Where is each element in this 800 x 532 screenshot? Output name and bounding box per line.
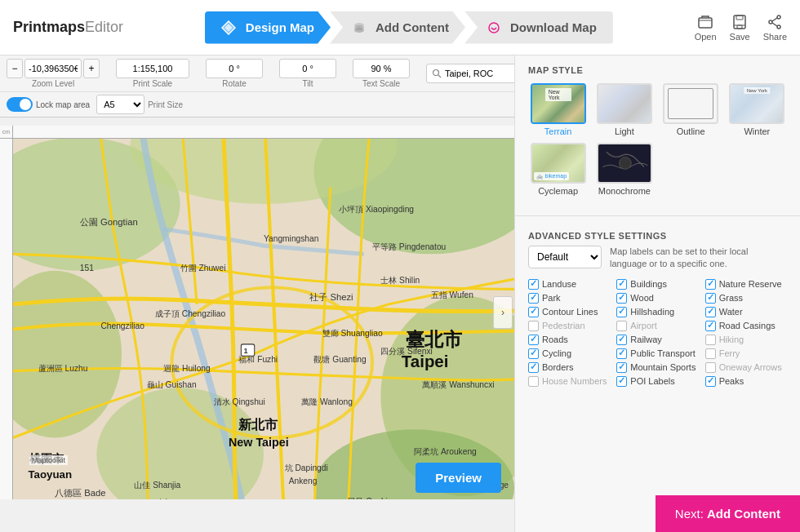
style-outline-item[interactable]: Outline <box>661 83 721 136</box>
checkbox-item[interactable]: Cycling <box>528 348 610 359</box>
step-design-button[interactable]: Design Map <box>205 11 331 44</box>
text-scale-input[interactable] <box>353 59 410 78</box>
share-icon <box>767 14 783 30</box>
style-monochrome-item[interactable]: Monochrome <box>594 143 654 196</box>
checkbox-item[interactable]: Peaks <box>705 376 787 387</box>
checkbox-item[interactable]: Oneway Arrows <box>705 362 787 373</box>
next-button[interactable]: Next: Add Content <box>656 495 800 532</box>
checkbox-item[interactable]: House Numbers <box>528 376 610 387</box>
checkbox-box[interactable] <box>616 376 627 387</box>
checkbox-item[interactable]: Pedestrian <box>528 321 610 331</box>
checkbox-box[interactable] <box>616 293 627 304</box>
checkbox-box[interactable] <box>616 321 627 331</box>
share-button[interactable]: Share <box>763 14 787 42</box>
svg-point-4 <box>354 28 364 33</box>
style-light-thumb[interactable] <box>597 83 652 124</box>
zoom-plus-button[interactable]: + <box>83 59 100 78</box>
zoom-minus-button[interactable]: − <box>7 59 23 78</box>
checkbox-item[interactable]: Ferry <box>705 348 787 359</box>
checkbox-item[interactable]: Road Casings <box>705 321 787 331</box>
step-download-button[interactable]: Download Map <box>464 11 613 44</box>
checkbox-box[interactable] <box>616 362 627 373</box>
checkbox-box[interactable] <box>705 335 716 345</box>
add-content-icon <box>353 20 369 35</box>
lock-toggle-switch[interactable] <box>7 97 33 112</box>
checkbox-item[interactable]: Public Transport <box>616 348 698 359</box>
svg-text:四分溪 Sifenxi: 四分溪 Sifenxi <box>380 347 433 356</box>
print-scale-input[interactable] <box>116 59 189 78</box>
lock-map-toggle[interactable]: Lock map area <box>7 97 90 112</box>
checkbox-box[interactable] <box>616 307 627 317</box>
checkbox-item[interactable]: Roads <box>528 335 610 345</box>
checkbox-item[interactable]: Nature Reserve <box>705 279 787 290</box>
checkbox-item[interactable]: Water <box>705 307 787 317</box>
checkbox-box[interactable] <box>528 293 539 304</box>
search-box[interactable] <box>426 64 514 83</box>
style-terrain-item[interactable]: New York Terrain <box>528 83 588 136</box>
style-light-item[interactable]: Light <box>594 83 654 136</box>
checkbox-item[interactable]: Borders <box>528 362 610 373</box>
checkbox-item[interactable]: Airport <box>616 321 698 331</box>
checkbox-label: Borders <box>542 362 574 372</box>
style-cyclemap-item[interactable]: 🚲 bikemap Cyclemap <box>528 143 588 196</box>
map-canvas[interactable]: 臺北市 Taipei 新北市 New Taipei 桃園市 Taoyuan 公園… <box>13 126 514 499</box>
checkbox-item[interactable]: Railway <box>616 335 698 345</box>
style-winter-item[interactable]: New York Winter <box>727 83 787 136</box>
checkbox-box[interactable] <box>705 307 716 317</box>
style-monochrome-thumb[interactable] <box>597 143 652 184</box>
style-monochrome-label: Monochrome <box>598 186 651 196</box>
checkbox-item[interactable]: Park <box>528 293 610 304</box>
map-nav-right-arrow[interactable]: › <box>493 296 513 329</box>
checkbox-label: Buildings <box>630 279 667 289</box>
preview-button[interactable]: Preview <box>416 463 501 493</box>
logo-printmaps: Printmaps <box>13 19 85 36</box>
checkbox-box[interactable] <box>528 376 539 387</box>
checkbox-box[interactable] <box>705 279 716 290</box>
style-terrain-thumb[interactable]: New York <box>531 83 586 124</box>
checkbox-item[interactable]: Mountain Sports <box>616 362 698 373</box>
style-winter-thumb[interactable]: New York <box>729 83 784 124</box>
checkbox-box[interactable] <box>528 362 539 373</box>
svg-text:清水 Qingshui: 清水 Qingshui <box>214 397 265 406</box>
style-outline-thumb[interactable] <box>663 83 718 124</box>
checkbox-box[interactable] <box>528 335 539 345</box>
checkbox-item[interactable]: Wood <box>616 293 698 304</box>
style-cyclemap-thumb[interactable]: 🚲 bikemap <box>531 143 586 184</box>
controls-row-1: − + Zoom Level Print Scale <box>0 55 514 92</box>
checkbox-box[interactable] <box>705 376 716 387</box>
checkbox-box[interactable] <box>528 307 539 317</box>
style-light-label: Light <box>615 126 634 136</box>
step-design-label: Design Map <box>246 20 314 34</box>
zoom-level-input[interactable] <box>24 59 82 78</box>
checkbox-box[interactable] <box>528 321 539 331</box>
checkbox-box[interactable] <box>616 335 627 345</box>
checkbox-item[interactable]: POI Labels <box>616 376 698 387</box>
checkbox-box[interactable] <box>528 279 539 290</box>
checkbox-item[interactable]: Grass <box>705 293 787 304</box>
print-size-select[interactable]: A5 A4 A3 Letter <box>96 95 144 114</box>
checkbox-box[interactable] <box>705 362 716 373</box>
checkbox-item[interactable]: Hillshading <box>616 307 698 317</box>
language-select[interactable]: Default Local English Chinese <box>528 246 602 268</box>
checkbox-item[interactable]: Contour Lines <box>528 307 610 317</box>
open-button[interactable]: Open <box>695 14 717 42</box>
checkbox-item[interactable]: Hiking <box>705 335 787 345</box>
checkbox-item[interactable]: Buildings <box>616 279 698 290</box>
checkbox-box[interactable] <box>705 348 716 359</box>
checkbox-box[interactable] <box>616 348 627 359</box>
style-terrain-label: Terrain <box>544 126 572 136</box>
svg-rect-7 <box>734 16 745 29</box>
save-button[interactable]: Save <box>730 14 750 42</box>
checkbox-box[interactable] <box>705 321 716 331</box>
checkbox-box[interactable] <box>528 348 539 359</box>
step-content-button[interactable]: Add Content <box>330 11 465 44</box>
rotate-input[interactable] <box>206 59 263 78</box>
map-attribution: Maptoolkit <box>29 455 68 465</box>
checkbox-box[interactable] <box>616 279 627 290</box>
location-search-input[interactable] <box>445 69 514 78</box>
svg-text:五指 Wufen: 五指 Wufen <box>431 290 474 299</box>
svg-text:151: 151 <box>80 264 94 273</box>
checkbox-box[interactable] <box>705 293 716 304</box>
tilt-input[interactable] <box>279 59 336 78</box>
checkbox-item[interactable]: Landuse <box>528 279 610 290</box>
